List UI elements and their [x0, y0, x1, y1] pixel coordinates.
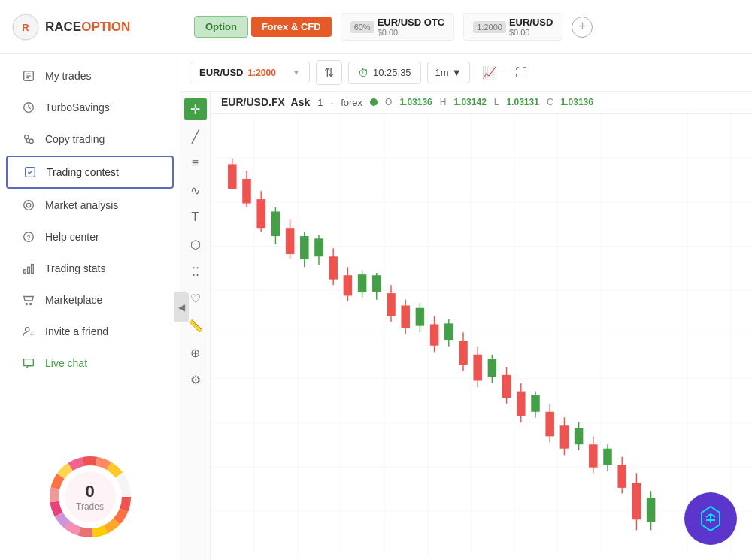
turbo-savings-icon [21, 100, 36, 115]
copy-trading-icon [21, 132, 36, 147]
svg-rect-82 [531, 395, 540, 412]
tab-forex[interactable]: Forex & CFD [251, 17, 332, 37]
svg-rect-58 [358, 274, 367, 292]
svg-rect-62 [387, 293, 396, 316]
live-indicator [370, 98, 378, 106]
sidebar-item-copy-trading[interactable]: Copy trading [6, 124, 174, 154]
asset1-block[interactable]: 60% EUR/USD OTC $0.00 [341, 13, 455, 41]
c-value: 1.03136 [561, 97, 593, 107]
sidebar-item-marketplace[interactable]: Marketplace [6, 285, 174, 315]
svg-rect-66 [416, 308, 425, 326]
horizontal-lines-tool[interactable]: ≡ [184, 152, 207, 174]
svg-point-11 [26, 203, 30, 207]
asset1-price: $0.00 [378, 28, 445, 37]
svg-rect-68 [430, 324, 439, 345]
sidebar-label-my-trades: My trades [45, 70, 91, 82]
svg-rect-94 [617, 465, 626, 487]
main-layout: My trades TurboSavings Copy trading Trad… [0, 54, 752, 560]
sidebar-item-trading-contest[interactable]: Trading contest [6, 156, 174, 189]
svg-rect-56 [344, 275, 353, 295]
svg-point-7 [25, 135, 29, 139]
tab-group: Option Forex & CFD [194, 16, 332, 38]
o-label: O [385, 97, 392, 107]
settings-tool[interactable]: ⚙ [184, 368, 207, 391]
trading-stats-icon [21, 261, 36, 276]
sidebar-label-copy-trading: Copy trading [45, 133, 105, 145]
sidebar-item-live-chat[interactable]: Live chat [6, 348, 174, 378]
svg-rect-74 [473, 355, 482, 381]
svg-point-17 [26, 303, 27, 304]
sidebar-item-trading-stats[interactable]: Trading stats [6, 253, 174, 283]
svg-rect-86 [560, 425, 569, 448]
svg-rect-72 [459, 341, 468, 365]
sidebar-label-help-center: Help center [45, 231, 99, 243]
svg-rect-70 [444, 323, 453, 340]
svg-rect-54 [329, 256, 338, 279]
interval-value: 1m [435, 67, 449, 78]
asset1-name: EUR/USD OTC [378, 17, 445, 28]
svg-rect-40 [228, 164, 237, 189]
svg-rect-15 [28, 267, 30, 273]
svg-rect-96 [632, 483, 641, 519]
candlestick-chart [211, 114, 752, 555]
sidebar-item-help-center[interactable]: ? Help center [6, 222, 174, 252]
sidebar-label-turbo-savings: TurboSavings [45, 101, 110, 114]
symbol-rate: 1:2000 [248, 68, 276, 78]
svg-rect-52 [314, 238, 323, 256]
trades-circle-area: 0 Trades [0, 437, 180, 554]
zoom-tool[interactable]: ⊕ [184, 341, 207, 364]
fullscreen-button[interactable]: ⛶ [509, 62, 533, 84]
sidebar-label-trading-stats: Trading stats [45, 262, 105, 274]
svg-rect-50 [300, 236, 309, 259]
chart-ohlc-bar: EUR/USD.FX_Ask 1 · forex O 1.03136 H 1.0… [211, 92, 752, 114]
trades-donut: 0 Trades [45, 452, 135, 542]
pattern-tool[interactable]: ⁚⁚ [184, 260, 207, 283]
symbol-select[interactable]: EUR/USD 1:2000 ▼ [190, 62, 310, 83]
svg-rect-14 [24, 270, 26, 274]
svg-rect-64 [401, 305, 410, 328]
sidebar-item-market-analysis[interactable]: Market analysis [6, 190, 174, 220]
asset2-block[interactable]: 1:2000 EUR/USD $0.00 [463, 13, 562, 41]
invite-friend-icon [21, 324, 36, 339]
time-display: ⏱ 10:25:35 [348, 62, 421, 84]
svg-rect-44 [256, 199, 265, 228]
sidebar-item-my-trades[interactable]: My trades [6, 61, 174, 91]
header: R RACEOPTION Option Forex & CFD 60% EUR/… [0, 0, 752, 54]
chevron-down-icon: ▼ [293, 68, 300, 77]
line-tool[interactable]: ╱ [184, 125, 207, 147]
svg-rect-88 [575, 428, 584, 445]
chart-interval-display: 1 [317, 97, 323, 108]
add-asset-button[interactable]: + [572, 17, 593, 38]
asset2-rate: 1:2000 [473, 21, 506, 33]
interval-chevron-icon: ▼ [452, 67, 462, 78]
trading-contest-icon [23, 165, 38, 180]
svg-point-19 [26, 328, 29, 331]
sidebar-item-invite-friend[interactable]: Invite a friend [6, 316, 174, 347]
chart-area: EUR/USD 1:2000 ▼ ⇅ ⏱ 10:25:35 1m ▼ 📈 ⛶ ✛… [180, 54, 752, 560]
o-value: 1.03136 [399, 97, 432, 107]
svg-rect-46 [271, 211, 280, 236]
indicator-button[interactable]: ⇅ [316, 60, 342, 85]
asset2-name: EUR/USD [509, 17, 553, 28]
svg-rect-60 [372, 275, 381, 292]
curve-tool[interactable]: ∿ [184, 179, 207, 201]
crosshair-tool[interactable]: ✛ [184, 98, 207, 120]
trades-count-area: 0 Trades [76, 482, 104, 512]
marketplace-icon [21, 292, 36, 307]
symbol-name: EUR/USD [199, 67, 244, 78]
logo-icon: R [12, 14, 39, 41]
chart-type: forex [341, 97, 362, 108]
lc-badge-button[interactable] [684, 492, 737, 545]
line-chart-button[interactable]: 📈 [476, 61, 503, 84]
text-tool[interactable]: T [184, 206, 207, 229]
sidebar-label-live-chat: Live chat [45, 357, 87, 369]
svg-rect-84 [545, 412, 554, 437]
sidebar-item-turbo-savings[interactable]: TurboSavings [6, 92, 174, 123]
node-tool[interactable]: ⬡ [184, 233, 207, 256]
l-value: 1.03131 [507, 97, 539, 107]
tab-option[interactable]: Option [194, 16, 248, 38]
svg-rect-80 [517, 392, 526, 416]
interval-select[interactable]: 1m ▼ [427, 62, 470, 83]
sidebar-collapse-button[interactable]: ◀ [174, 292, 189, 322]
live-chat-icon [21, 356, 36, 371]
